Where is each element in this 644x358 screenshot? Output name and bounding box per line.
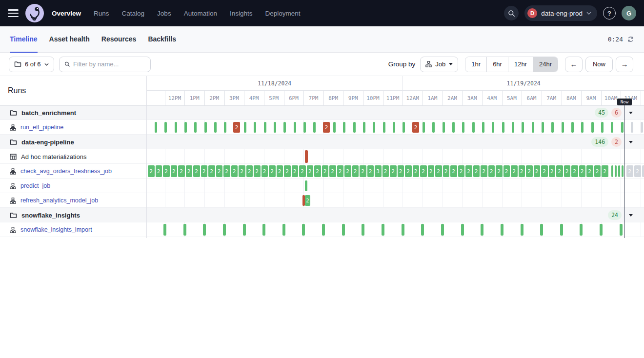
avatar[interactable]: G — [622, 6, 636, 20]
range-12hr[interactable]: 12hr — [508, 57, 533, 72]
run-mark-tick-success[interactable] — [512, 122, 514, 133]
run-mark-box-success[interactable]: 2 — [556, 165, 563, 177]
run-mark-box-success[interactable]: 3 — [375, 165, 382, 177]
nav-insights[interactable]: Insights — [230, 10, 253, 17]
filter-by-name-input[interactable] — [73, 60, 145, 68]
run-mark-tick-success[interactable] — [522, 122, 524, 133]
run-mark-tick-success[interactable] — [322, 224, 325, 236]
run-mark-tick-success[interactable] — [461, 224, 464, 236]
run-mark-tick-success[interactable] — [560, 224, 563, 236]
run-mark-box-success[interactable]: 2 — [571, 165, 578, 177]
run-mark-tick-success[interactable] — [481, 224, 483, 236]
run-mark-tick-success[interactable] — [175, 122, 177, 133]
run-mark-box-success[interactable]: 2 — [216, 165, 223, 177]
run-mark-box-success[interactable]: 2 — [254, 165, 261, 177]
run-mark-box-success[interactable]: 2 — [481, 165, 487, 177]
search-button[interactable] — [504, 6, 519, 20]
run-mark-tick-success[interactable] — [482, 122, 484, 133]
run-mark-tick-success[interactable] — [183, 224, 186, 236]
run-mark-tick-success[interactable] — [432, 122, 435, 133]
run-mark-box-success[interactable]: 2 — [398, 165, 404, 177]
run-mark-box-success[interactable]: 2 — [428, 165, 435, 177]
run-mark-tick-success[interactable] — [611, 165, 613, 177]
run-mark-box-success[interactable]: 2 — [299, 165, 306, 177]
run-mark-box-success[interactable]: 2 — [488, 165, 495, 177]
run-mark-tick-success[interactable] — [622, 165, 624, 177]
run-mark-tick-success[interactable] — [254, 122, 256, 133]
row-name[interactable]: predict_job — [20, 182, 50, 189]
run-mark-tick-success[interactable] — [204, 122, 207, 133]
run-mark-tick-success[interactable] — [305, 180, 307, 191]
run-mark-box-success[interactable]: 2 — [511, 165, 518, 177]
run-mark-box-future[interactable]: 2 — [642, 165, 644, 177]
run-mark-tick-success[interactable] — [591, 122, 594, 133]
run-mark-tick-success[interactable] — [303, 122, 306, 133]
tab-timeline[interactable]: Timeline — [10, 27, 38, 53]
run-mark-box-success[interactable]: 2 — [519, 165, 525, 177]
run-mark-tick-success[interactable] — [362, 224, 364, 236]
run-mark-tick-success[interactable] — [521, 224, 523, 236]
tab-backfills[interactable]: Backfills — [148, 27, 176, 53]
page-forward-button[interactable]: → — [616, 57, 633, 72]
run-mark-box-success[interactable]: 2 — [329, 165, 336, 177]
group-row[interactable]: batch_enrichment456 — [0, 105, 644, 120]
run-mark-tick-success[interactable] — [562, 122, 564, 133]
run-mark-tick-success[interactable] — [618, 165, 620, 177]
range-1hr[interactable]: 1hr — [465, 57, 486, 72]
run-mark-box-success[interactable]: 2 — [443, 165, 450, 177]
refresh-icon[interactable] — [627, 36, 634, 43]
run-mark-tick-success[interactable] — [540, 224, 543, 236]
row-name[interactable]: check_avg_orders_freshness_job — [20, 168, 112, 175]
run-mark-box-success[interactable]: 2 — [579, 165, 586, 177]
run-mark-tick-success[interactable] — [243, 224, 246, 236]
run-mark-box-success[interactable]: 2 — [171, 165, 178, 177]
run-mark-tick-success[interactable] — [283, 122, 286, 133]
nav-deployment[interactable]: Deployment — [265, 10, 300, 17]
run-mark-tick-success[interactable] — [601, 122, 604, 133]
run-mark-tick-success[interactable] — [343, 122, 345, 133]
run-mark-tick-success[interactable] — [224, 122, 226, 133]
run-mark-box-success[interactable]: 2 — [458, 165, 465, 177]
run-mark-tick-success[interactable] — [383, 122, 385, 133]
run-mark-box-success[interactable]: 2 — [284, 165, 291, 177]
run-mark-box-success[interactable]: 2 — [262, 165, 268, 177]
run-mark-tick-success[interactable] — [402, 224, 404, 236]
run-mark-box-success[interactable]: 2 — [367, 165, 374, 177]
run-mark-box-success[interactable]: 2 — [420, 165, 427, 177]
run-mark-box-success[interactable]: 2 — [564, 165, 571, 177]
now-button[interactable]: Now — [585, 57, 613, 72]
run-mark-tick-success[interactable] — [423, 122, 425, 133]
run-mark-tick-success[interactable] — [472, 122, 475, 133]
nav-catalog[interactable]: Catalog — [122, 10, 145, 17]
run-mark-tick-success[interactable] — [421, 224, 424, 236]
run-mark-tick-success[interactable] — [615, 165, 617, 177]
run-mark-tick-fail[interactable] — [305, 150, 308, 163]
run-mark-tick-success[interactable] — [580, 224, 583, 236]
run-mark-box-success[interactable]: 2 — [156, 165, 162, 177]
run-mark-tick-success[interactable] — [333, 122, 336, 133]
nav-runs[interactable]: Runs — [94, 10, 109, 17]
run-mark-tick-success[interactable] — [611, 122, 613, 133]
dagster-logo-icon[interactable] — [25, 4, 44, 22]
tab-resources[interactable]: Resources — [101, 27, 137, 53]
run-mark-box-fail[interactable]: 2 — [323, 122, 330, 133]
run-mark-tick-success[interactable] — [274, 122, 276, 133]
run-mark-tick-success[interactable] — [393, 122, 395, 133]
run-mark-box-success[interactable]: 2 — [541, 165, 548, 177]
run-mark-box-success[interactable]: 2 — [305, 195, 310, 206]
run-mark-box-success[interactable]: 2 — [390, 165, 397, 177]
run-mark-box-success[interactable]: 2 — [277, 165, 283, 177]
run-mark-tick-success[interactable] — [373, 122, 375, 133]
run-mark-box-success[interactable]: 2 — [208, 165, 215, 177]
run-mark-box-success[interactable]: 2 — [594, 165, 601, 177]
run-mark-box-fail[interactable]: 2 — [233, 122, 240, 133]
run-mark-tick-success[interactable] — [164, 122, 167, 133]
run-mark-tick-success[interactable] — [621, 122, 624, 133]
run-mark-tick-success[interactable] — [492, 122, 494, 133]
run-mark-tick-success[interactable] — [551, 122, 554, 133]
run-mark-tick-success[interactable] — [452, 122, 455, 133]
nav-automation[interactable]: Automation — [184, 10, 217, 17]
run-mark-box-success[interactable]: 2 — [239, 165, 245, 177]
run-mark-tick-success[interactable] — [313, 122, 316, 133]
row-name[interactable]: refresh_analytics_model_job — [20, 197, 98, 204]
